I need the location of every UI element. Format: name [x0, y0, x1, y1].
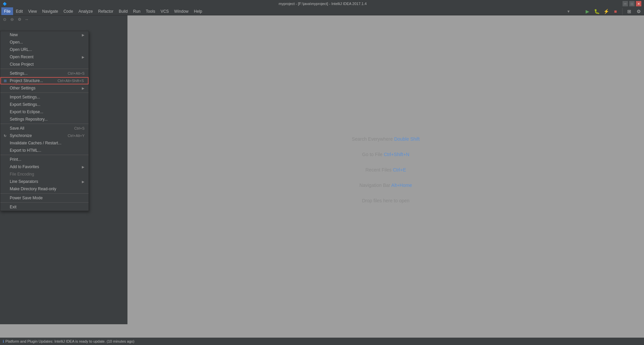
menu-view[interactable]: View	[25, 7, 40, 15]
status-bar: ℹ Platform and Plugin Updates: IntelliJ …	[0, 338, 644, 345]
open-icon	[2, 40, 8, 45]
menu-item-save-all[interactable]: Save All Ctrl+S	[0, 125, 89, 132]
debug-button[interactable]: 🐛	[593, 7, 601, 15]
menu-item-export-eclipse[interactable]: Export to Eclipse...	[0, 108, 89, 116]
stop-button[interactable]: ■	[611, 7, 620, 15]
settings-btn[interactable]: ⚙	[635, 7, 643, 15]
new-icon	[2, 32, 8, 38]
file-dropdown-menu: New ▶ Open... Open URL... Open Recent ▶ …	[0, 31, 89, 211]
sep-5	[0, 193, 89, 194]
hint-go-to-file: Go to File Ctrl+Shift+N	[362, 152, 410, 157]
open-recent-arrow: ▶	[82, 55, 85, 59]
sep-3	[0, 124, 89, 124]
sep-2	[0, 92, 89, 93]
menu-build[interactable]: Build	[116, 7, 130, 15]
menu-vcs[interactable]: VCS	[158, 7, 172, 15]
menu-item-export-settings[interactable]: Export Settings...	[0, 101, 89, 108]
title-bar-left: 🔷	[3, 2, 23, 6]
menu-tools[interactable]: Tools	[143, 7, 158, 15]
editor-area: Search Everywhere Double Shift Go to Fil…	[127, 15, 644, 324]
menu-item-line-separators[interactable]: Line Separators ▶	[0, 178, 89, 185]
new-submenu-arrow: ▶	[82, 33, 85, 37]
menu-code[interactable]: Code	[61, 7, 76, 15]
title-bar-controls: ─ □ ✕	[623, 1, 641, 6]
sync-icon: ↻	[2, 133, 8, 138]
panel-expand-btn[interactable]: ↔	[23, 16, 30, 23]
title-bar-title: myproject - [F:\java\myproject] - Intell…	[23, 2, 623, 6]
left-panel: ⊙ ⊖ ⚙ ↔ New ▶ Open... Open URL...	[0, 15, 127, 324]
menu-item-add-favorites[interactable]: Add to Favorites ▶	[0, 163, 89, 170]
sep-1	[0, 69, 89, 69]
menu-item-settings-repo[interactable]: Settings Repository...	[0, 116, 89, 123]
menu-item-open[interactable]: Open...	[0, 39, 89, 46]
menu-item-open-recent[interactable]: Open Recent ▶	[0, 53, 89, 61]
menu-item-file-encoding: File Encoding	[0, 170, 89, 178]
status-message: Platform and Plugin Updates: IntelliJ ID…	[5, 339, 135, 343]
menu-item-power-save[interactable]: Power Save Mode	[0, 194, 89, 202]
title-bar: 🔷 myproject - [F:\java\myproject] - Inte…	[0, 0, 644, 7]
menu-edit[interactable]: Edit	[13, 7, 25, 15]
status-icon: ℹ	[3, 339, 4, 344]
close-button[interactable]: ✕	[636, 1, 641, 6]
hint-navigation-bar: Navigation Bar Alt+Home	[360, 183, 412, 188]
minimize-button[interactable]: ─	[623, 1, 628, 6]
menu-run[interactable]: Run	[130, 7, 143, 15]
sep-4	[0, 155, 89, 155]
main-area: ⊙ ⊖ ⚙ ↔ New ▶ Open... Open URL...	[0, 15, 644, 324]
menu-item-settings[interactable]: Settings... Ctrl+Alt+S	[0, 70, 89, 77]
toolbar-sep-1	[622, 8, 623, 15]
favorites-arrow: ▶	[82, 165, 85, 169]
sep-6	[0, 202, 89, 203]
run-button[interactable]: ▶	[583, 7, 591, 15]
other-settings-arrow: ▶	[82, 86, 85, 90]
expand-button[interactable]: ⊞	[625, 7, 633, 15]
menu-item-export-html[interactable]: Export to HTML...	[0, 147, 89, 154]
run-configurations-button[interactable]: ▼	[555, 7, 582, 15]
menu-help[interactable]: Help	[191, 7, 205, 15]
panel-collapse-btn[interactable]: ⊖	[9, 16, 15, 23]
hint-recent-files: Recent Files Ctrl+E	[366, 167, 406, 172]
menu-analyze[interactable]: Analyze	[76, 7, 96, 15]
panel-settings-btn[interactable]: ⚙	[16, 16, 23, 23]
panel-toolbar: ⊙ ⊖ ⚙ ↔	[0, 15, 127, 23]
menu-item-exit[interactable]: Exit	[0, 203, 89, 211]
panel-sync-btn[interactable]: ⊙	[1, 16, 8, 23]
menu-item-make-readonly[interactable]: Make Directory Read-only	[0, 185, 89, 193]
menu-item-open-url[interactable]: Open URL...	[0, 46, 89, 53]
menu-refactor[interactable]: Refactor	[96, 7, 116, 15]
menu-file[interactable]: File	[1, 7, 13, 15]
menu-item-synchronize[interactable]: ↻ Synchronize Ctrl+Alt+Y	[0, 132, 89, 139]
hint-drop-files: Drop files here to open	[362, 198, 410, 203]
menu-item-import-settings[interactable]: Import Settings...	[0, 93, 89, 101]
line-sep-arrow: ▶	[82, 180, 85, 184]
menu-bar: File Edit View Navigate Code Analyze Ref…	[0, 7, 644, 15]
menu-item-invalidate-caches[interactable]: Invalidate Caches / Restart...	[0, 139, 89, 147]
menu-window[interactable]: Window	[171, 7, 191, 15]
menu-item-new[interactable]: New ▶	[0, 31, 89, 39]
menu-item-close-project[interactable]: Close Project	[0, 61, 89, 68]
menu-item-print[interactable]: Print...	[0, 156, 89, 163]
maximize-button[interactable]: □	[629, 1, 635, 6]
project-structure-icon: ⊞	[2, 78, 8, 83]
menu-navigate[interactable]: Navigate	[40, 7, 61, 15]
coverage-button[interactable]: ⚡	[602, 7, 610, 15]
menu-item-project-structure[interactable]: ⊞ Project Structure... Ctrl+Alt+Shift+S	[0, 77, 89, 84]
menu-item-other-settings[interactable]: Other Settings ▶	[0, 84, 89, 92]
hint-search-everywhere: Search Everywhere Double Shift	[352, 136, 420, 142]
